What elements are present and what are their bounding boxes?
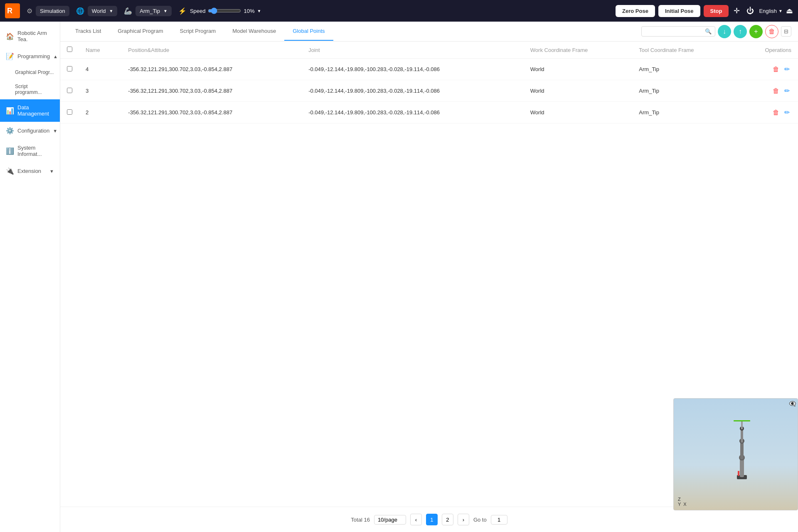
table-row: 4 -356.32,121.291,300.702,3.03,-0.854,2.… [60, 59, 798, 80]
simulation-btn[interactable]: Simulation [36, 6, 69, 16]
initial-pose-button[interactable]: Initial Pose [658, 5, 700, 17]
collapse-icon: ⊟ [784, 28, 788, 34]
tab-graphical-program[interactable]: Graphical Program [109, 22, 171, 41]
row-checkbox-cell [60, 102, 79, 123]
page-1-label: 1 [430, 517, 433, 523]
edit-row-button[interactable]: ✏ [783, 64, 791, 74]
sidebar-item-programming[interactable]: 📝 Programming ▲ [0, 47, 60, 65]
download-button[interactable]: ↓ [718, 25, 731, 38]
home-icon: 🏠 [6, 32, 14, 40]
table-body: 4 -356.32,121.291,300.702,3.03,-0.854,2.… [60, 59, 798, 123]
page-2-label: 2 [446, 517, 449, 523]
viewport-body: Z Y X [674, 409, 798, 510]
stop-button[interactable]: Stop [704, 5, 729, 17]
viewport-toggle-button[interactable]: 👁‍🗨 [789, 400, 796, 407]
download-icon: ↓ [723, 28, 726, 35]
search-box: 🔍 [641, 26, 715, 37]
goto-input[interactable] [491, 515, 507, 525]
delete-row-button[interactable]: 🗑 [771, 108, 781, 117]
next-page-icon: › [463, 517, 464, 523]
sidebar-item-extension[interactable]: 🔌 Extension ▼ [0, 162, 60, 180]
speed-slider[interactable] [208, 7, 241, 14]
speed-value: 10% [244, 8, 254, 14]
tab-global-points[interactable]: Global Points [284, 22, 333, 41]
sidebar-item-graphical[interactable]: Graphical Progr... [0, 65, 60, 79]
tab-script-program[interactable]: Script Program [171, 22, 224, 41]
header-operations: Operations [737, 42, 798, 59]
delete-row-button[interactable]: 🗑 [771, 65, 781, 74]
data-table: Name Position&Attitude Joint Work Coordi… [60, 42, 798, 123]
cell-tool-frame: Arm_Tip [632, 102, 737, 123]
content-area: Tracks List Graphical Program Script Pro… [60, 22, 798, 532]
cell-work-frame: World [524, 102, 633, 123]
prev-page-button[interactable]: ‹ [410, 514, 422, 525]
data-management-icon: 📊 [6, 107, 14, 115]
sidebar-item-data-management[interactable]: 📊 Data Management [0, 99, 60, 122]
prev-page-icon: ‹ [415, 517, 417, 523]
row-checkbox-row-3[interactable] [67, 88, 72, 93]
upload-icon: ↑ [739, 28, 742, 35]
sidebar-item-script[interactable]: Script programm... [0, 79, 60, 99]
plus-icon-btn[interactable]: ✛ [732, 5, 741, 17]
logout-button[interactable]: ⏏ [786, 6, 793, 15]
tab-tracks-list-label: Tracks List [75, 28, 101, 34]
zero-pose-button[interactable]: Zero Pose [616, 5, 655, 17]
select-all-checkbox[interactable] [67, 47, 72, 52]
sidebar-item-configuration[interactable]: ⚙️ Configuration ▼ [0, 122, 60, 140]
world-dropdown[interactable]: World ▼ [88, 6, 118, 16]
cell-position: -356.32,121.291,300.702,3.03,-0.854,2.88… [121, 80, 302, 102]
delete-row-button[interactable]: 🗑 [771, 86, 781, 96]
tab-model-warehouse-label: Model Warehouse [232, 28, 276, 34]
system-info-icon: ℹ️ [6, 147, 14, 155]
tab-tracks-list[interactable]: Tracks List [67, 22, 109, 41]
tab-graphical-program-label: Graphical Program [118, 28, 163, 34]
goto-label: Go to [473, 517, 487, 523]
page-1-button[interactable]: 1 [426, 514, 438, 525]
svg-rect-7 [741, 429, 743, 443]
main-layout: 🏠 Robotic Arm Tea. 📝 Programming ▲ Graph… [0, 22, 798, 532]
add-button[interactable]: + [749, 25, 763, 38]
header-position: Position&Attitude [121, 42, 302, 59]
cell-tool-frame: Arm_Tip [632, 59, 737, 80]
table-header-row: Name Position&Attitude Joint Work Coordi… [60, 42, 798, 59]
language-dropdown[interactable]: English ▼ [759, 8, 783, 14]
page-size-select[interactable]: 10/page 20/page 50/page [374, 515, 406, 525]
z-axis-label: Z [678, 497, 687, 502]
tab-global-points-label: Global Points [293, 28, 325, 34]
world-arrow-icon: ▼ [109, 9, 113, 13]
header-joint: Joint [302, 42, 524, 59]
batch-delete-icon: 🗑 [768, 28, 775, 35]
add-icon: + [754, 28, 758, 35]
collapse-button[interactable]: ⊟ [781, 26, 791, 37]
tab-actions: 🔍 ↓ ↑ + 🗑 ⊟ [641, 25, 791, 38]
upload-button[interactable]: ↑ [734, 25, 747, 38]
row-checkbox-row-2[interactable] [67, 109, 72, 115]
y-axis-label: Y X [678, 502, 687, 507]
simulation-label: Simulation [40, 8, 65, 14]
row-checkbox-row-4[interactable] [67, 66, 72, 71]
programming-expand-icon: ▲ [53, 54, 58, 59]
arm-icon: 🦾 [124, 7, 132, 15]
power-icon-btn[interactable]: ⏻ [745, 5, 756, 17]
batch-delete-button[interactable]: 🗑 [765, 25, 778, 38]
logo-area: R [5, 3, 20, 18]
cell-work-frame: World [524, 80, 633, 102]
sidebar-app-title[interactable]: 🏠 Robotic Arm Tea. [0, 25, 60, 47]
search-input[interactable] [645, 28, 703, 34]
programming-icon: 📝 [6, 52, 14, 60]
script-label: Script programm... [15, 84, 42, 95]
extension-icon: 🔌 [6, 167, 14, 175]
sidebar-item-system-info[interactable]: ℹ️ System Informat... [0, 140, 60, 162]
edit-row-button[interactable]: ✏ [783, 86, 791, 96]
page-2-button[interactable]: 2 [442, 514, 453, 525]
arm-dropdown[interactable]: Arm_Tip ▼ [135, 6, 172, 16]
pagination-bar: Total 16 10/page 20/page 50/page ‹ 1 2 [60, 507, 798, 532]
table-area: Name Position&Attitude Joint Work Coordi… [60, 42, 798, 532]
header-checkbox-cell [60, 42, 79, 59]
next-page-button[interactable]: › [458, 514, 469, 525]
edit-row-button[interactable]: ✏ [783, 108, 791, 117]
svg-rect-3 [740, 458, 744, 477]
axis-labels: Z Y X [678, 497, 687, 507]
zero-pose-label: Zero Pose [622, 8, 648, 14]
tab-model-warehouse[interactable]: Model Warehouse [224, 22, 284, 41]
